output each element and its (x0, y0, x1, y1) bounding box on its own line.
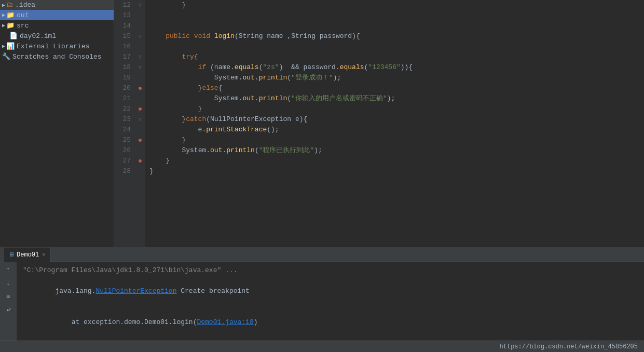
bottom-tab-close[interactable]: × (42, 252, 46, 258)
code-line-18: if (name.equals("zs") && password.equals… (149, 62, 644, 73)
output-line-2: java.lang.NullPointerException Create br… (23, 276, 638, 307)
sidebar-item-idea[interactable]: ▶ 🗂 .idea (0, 0, 114, 10)
ext-libs-arrow: ▶ (2, 43, 5, 49)
out-arrow: ▶ (2, 12, 5, 18)
idea-label: .idea (15, 1, 35, 9)
sidebar-item-scratches[interactable]: 🔧 Scratches and Consoles (0, 51, 114, 62)
day02-label: day02.iml (20, 32, 56, 40)
gutter: ▽ ▽ ▽ ▽ ● ● ▽ ● ● (135, 0, 145, 247)
code-area: 12 13 14 15 16 17 18 19 20 21 22 23 24 2… (114, 0, 644, 247)
gutter-fold-18: ▽ (139, 65, 142, 71)
stack-line-1-suffix: ) (254, 318, 258, 326)
src-folder-icon: 📁 (6, 21, 15, 30)
code-line-13 (149, 10, 644, 21)
gutter-fold-17: ▽ (139, 55, 142, 60)
output-line-1: "C:\Program Files\Java\jdk1.8.0_271\bin\… (23, 265, 638, 276)
code-line-16 (149, 42, 644, 52)
ext-libs-label: External Libraries (17, 43, 89, 50)
status-bar: https://blog.csdn.net/weixin_45856205 (0, 341, 644, 352)
scroll-down-button[interactable]: ↓ (3, 278, 13, 288)
bottom-tab-label: Demo01 (17, 251, 39, 259)
code-line-26: System.out.println("程序已执行到此"); (149, 145, 644, 156)
code-line-24: e.printStackTrace(); (149, 125, 644, 135)
code-line-15: public void login(String name ,String pa… (149, 31, 644, 42)
sidebar-item-day02[interactable]: 📄 day02.iml (0, 31, 114, 41)
sidebar: ▶ 🗂 .idea ▶ 📁 out ▶ 📁 src 📄 day02.iml ▶ … (0, 0, 114, 247)
idea-folder-icon: 🗂 (6, 1, 13, 9)
code-line-27: } (149, 156, 644, 166)
iml-icon: 📄 (9, 32, 18, 40)
nullpointer-link[interactable]: NullPointerException (95, 287, 176, 295)
demo01-java-18-link[interactable]: Demo01.java:18 (197, 318, 253, 326)
create-breakpoint-text: Create breakpoint (176, 287, 249, 295)
sidebar-item-out[interactable]: ▶ 📁 out (0, 10, 114, 20)
code-content[interactable]: } public void login(String name ,String … (145, 0, 644, 247)
exception-prefix: java.lang. (55, 287, 95, 295)
code-line-17: try{ (149, 52, 644, 62)
code-line-12: } (149, 0, 644, 10)
bottom-tabs: 🖥 Demo01 × (0, 248, 644, 262)
console-tab-icon: 🖥 (8, 251, 15, 259)
code-line-21: System.out.println("你输入的用户名或密码不正确"); (149, 93, 644, 104)
scroll-up-button[interactable]: ↑ (3, 264, 13, 275)
bottom-content-area: ↑ ↓ ≡ ⤶ "C:\Program Files\Java\jdk1.8.0_… (0, 262, 644, 341)
out-folder-icon: 📁 (6, 11, 15, 19)
output-line-3: at exception.demo.Demo01.login(Demo01.ja… (23, 307, 638, 338)
gutter-fold-12: ▽ (139, 3, 142, 8)
code-line-14 (149, 21, 644, 31)
bottom-sidebar: ↑ ↓ ≡ ⤶ (0, 262, 17, 341)
filter-button[interactable]: ⤶ (3, 305, 13, 315)
code-line-19: System.out.println("登录成功！"); (149, 73, 644, 83)
out-label: out (17, 11, 29, 19)
src-arrow: ▶ (2, 22, 5, 29)
code-line-28: } (149, 166, 644, 177)
gutter-fold-23: ▽ (139, 117, 142, 123)
sidebar-item-ext-libs[interactable]: ▶ 📊 External Libraries (0, 41, 114, 51)
gutter-fold-15: ▽ (139, 34, 142, 39)
ext-libs-icon: 📊 (6, 42, 15, 50)
gutter-breakpoint-20[interactable]: ● (138, 84, 142, 92)
bottom-tab-demo01[interactable]: 🖥 Demo01 × (4, 248, 50, 262)
code-editor[interactable]: 12 13 14 15 16 17 18 19 20 21 22 23 24 2… (114, 0, 644, 247)
stack-line-1-prefix: at exception.demo.Demo01.login( (55, 318, 197, 326)
line-numbers: 12 13 14 15 16 17 18 19 20 21 22 23 24 2… (114, 0, 135, 247)
status-url: https://blog.csdn.net/weixin_45856205 (500, 343, 638, 350)
main-area: ▶ 🗂 .idea ▶ 📁 out ▶ 📁 src 📄 day02.iml ▶ … (0, 0, 644, 247)
scratches-icon: 🔧 (2, 52, 10, 61)
code-line-23: }catch(NullPointerException e){ (149, 114, 644, 125)
code-line-20: }else{ (149, 83, 644, 93)
bottom-panel: 🖥 Demo01 × ↑ ↓ ≡ ⤶ "C:\Program Files\Jav… (0, 247, 644, 341)
src-label: src (17, 22, 29, 30)
scratches-label: Scratches and Consoles (12, 53, 102, 61)
bottom-output: "C:\Program Files\Java\jdk1.8.0_271\bin\… (17, 262, 644, 341)
code-line-25: } (149, 135, 644, 145)
wrap-button[interactable]: ≡ (3, 291, 13, 302)
sidebar-item-src[interactable]: ▶ 📁 src (0, 20, 114, 31)
idea-arrow: ▶ (2, 2, 5, 8)
code-line-22: } (149, 104, 644, 114)
gutter-breakpoint-22[interactable]: ● (138, 105, 142, 113)
gutter-breakpoint-27[interactable]: ● (138, 157, 142, 165)
gutter-breakpoint-25[interactable]: ● (138, 136, 142, 144)
